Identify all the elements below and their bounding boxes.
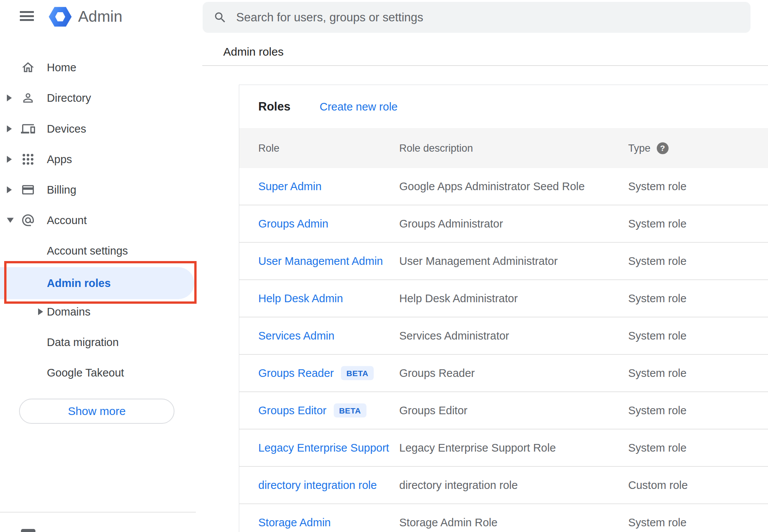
sidebar-item-label: Admin roles xyxy=(47,277,111,290)
table-row: Super AdminGoogle Apps Administrator See… xyxy=(239,168,768,205)
person-icon xyxy=(21,91,35,105)
role-type: System role xyxy=(628,367,686,380)
column-header-type-label: Type xyxy=(628,142,651,154)
search-input[interactable] xyxy=(235,10,739,25)
role-type: System role xyxy=(628,180,686,193)
role-description: directory integration role xyxy=(399,479,518,492)
menu-icon[interactable] xyxy=(20,11,34,21)
column-header-role: Role xyxy=(258,142,280,154)
role-description: Services Administrator xyxy=(399,330,509,342)
show-more-button[interactable]: Show more xyxy=(19,399,174,424)
app-title: Admin xyxy=(78,8,122,25)
column-header-description: Role description xyxy=(399,142,473,154)
role-description: Legacy Enterprise Support Role xyxy=(399,442,556,454)
search-bar[interactable] xyxy=(203,2,750,33)
sidebar-item-label: Directory xyxy=(47,92,91,104)
role-cell: Super Admin xyxy=(258,180,322,193)
role-link[interactable]: Legacy Enterprise Support xyxy=(258,442,389,454)
role-type: Custom role xyxy=(628,479,688,492)
role-cell: User Management Admin xyxy=(258,255,383,268)
sidebar-item-account[interactable]: Account xyxy=(0,205,194,236)
sidebar-item-label: Google Takeout xyxy=(47,367,124,379)
sidebar-item-home[interactable]: Home xyxy=(0,52,194,83)
credit-card-icon xyxy=(21,183,35,197)
sidebar-divider xyxy=(0,512,196,513)
role-cell: Help Desk Admin xyxy=(258,292,343,305)
expand-arrow-icon xyxy=(7,95,12,101)
role-link[interactable]: directory integration role xyxy=(258,479,377,492)
table-row: Groups ReaderBETAGroups ReaderSystem rol… xyxy=(239,355,768,392)
sidebar-item-label: Account xyxy=(47,214,87,227)
role-description: Help Desk Administrator xyxy=(399,292,518,305)
sidebar-item-apps[interactable]: Apps xyxy=(0,144,194,175)
table-row: Help Desk AdminHelp Desk AdministratorSy… xyxy=(239,280,768,317)
role-type: System role xyxy=(628,330,686,342)
beta-badge: BETA xyxy=(334,404,366,418)
column-header-type: Type ? xyxy=(628,142,669,154)
create-new-role-link[interactable]: Create new role xyxy=(320,100,398,113)
sidebar-item-domains[interactable]: Domains xyxy=(0,296,194,327)
role-type: System role xyxy=(628,218,686,230)
table-row: directory integration roledirectory inte… xyxy=(239,467,768,504)
role-description: Groups Editor xyxy=(399,404,467,417)
sidebar-item-directory[interactable]: Directory xyxy=(0,83,194,113)
beta-badge: BETA xyxy=(341,366,374,380)
role-description: User Management Administrator xyxy=(399,255,558,268)
table-row: User Management AdminUser Management Adm… xyxy=(239,243,768,280)
table-row: Storage AdminStorage Admin RoleSystem ro… xyxy=(239,504,768,532)
sidebar-item-label: Domains xyxy=(47,306,90,318)
role-link[interactable]: Services Admin xyxy=(258,330,334,342)
role-cell: Legacy Enterprise Support xyxy=(258,442,389,454)
sidebar: Admin HomeDirectoryDevicesAppsBillingAcc… xyxy=(0,0,196,532)
role-cell: Groups Admin xyxy=(258,218,328,230)
role-description: Google Apps Administrator Seed Role xyxy=(399,180,585,193)
admin-logo-icon xyxy=(49,6,72,27)
role-description: Groups Reader xyxy=(399,367,475,380)
table-row: Services AdminServices AdministratorSyst… xyxy=(239,317,768,355)
table-row: Groups EditorBETAGroups EditorSystem rol… xyxy=(239,392,768,429)
sidebar-item-google-takeout[interactable]: Google Takeout xyxy=(0,357,194,388)
role-cell: directory integration role xyxy=(258,479,377,492)
sidebar-item-label: Data migration xyxy=(47,336,119,349)
role-cell: Services Admin xyxy=(258,330,334,342)
home-icon xyxy=(21,61,35,75)
breadcrumb: Admin roles xyxy=(223,45,283,58)
role-type: System role xyxy=(628,442,686,454)
sidebar-item-devices[interactable]: Devices xyxy=(0,114,194,144)
table-header-row: Role Role description Type ? xyxy=(239,128,768,168)
role-link[interactable]: Help Desk Admin xyxy=(258,292,343,305)
role-link[interactable]: User Management Admin xyxy=(258,255,383,268)
cutoff-sidebar-icon xyxy=(21,529,35,532)
role-type: System role xyxy=(628,255,686,268)
role-cell: Groups ReaderBETA xyxy=(258,366,374,380)
table-row: Groups AdminGroups AdministratorSystem r… xyxy=(239,205,768,243)
role-type: System role xyxy=(628,404,686,417)
sidebar-item-billing[interactable]: Billing xyxy=(0,175,194,205)
devices-icon xyxy=(21,122,35,136)
role-link[interactable]: Storage Admin xyxy=(258,516,331,529)
role-link[interactable]: Super Admin xyxy=(258,180,322,193)
expand-arrow-icon xyxy=(7,125,12,132)
role-description: Storage Admin Role xyxy=(399,516,498,529)
sidebar-item-label: Billing xyxy=(47,184,76,196)
roles-card: Roles Create new role Role Role descript… xyxy=(239,85,768,532)
sidebar-item-label: Devices xyxy=(47,123,86,135)
card-title: Roles xyxy=(258,100,290,114)
search-icon xyxy=(213,11,227,24)
collapse-arrow-icon xyxy=(7,218,14,223)
expand-arrow-icon xyxy=(7,156,12,163)
sidebar-item-admin-roles[interactable]: Admin roles xyxy=(0,267,194,299)
sidebar-item-label: Account settings xyxy=(47,245,128,257)
role-cell: Storage Admin xyxy=(258,516,331,529)
help-icon[interactable]: ? xyxy=(657,142,669,154)
sidebar-item-data-migration[interactable]: Data migration xyxy=(0,327,194,357)
role-cell: Groups EditorBETA xyxy=(258,404,366,418)
role-link[interactable]: Groups Admin xyxy=(258,218,328,230)
sidebar-item-label: Home xyxy=(47,61,76,74)
apps-grid-icon xyxy=(21,152,35,167)
role-link[interactable]: Groups Editor xyxy=(258,404,326,417)
sidebar-item-account-settings[interactable]: Account settings xyxy=(0,236,194,266)
role-type: System role xyxy=(628,516,686,529)
role-link[interactable]: Groups Reader xyxy=(258,367,334,380)
sidebar-item-label: Apps xyxy=(47,153,72,166)
